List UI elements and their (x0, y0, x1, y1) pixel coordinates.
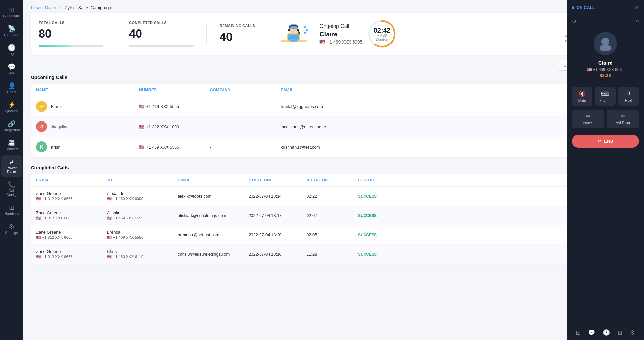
completed-calls-label: COMPLETED CALLS (129, 21, 194, 24)
contact-name: Krish (51, 145, 61, 150)
mute-icon: 🔇 (579, 90, 586, 97)
vm-drop-button[interactable]: ∞ VM Drop (607, 110, 639, 128)
sidebar-item-contacts[interactable]: 📇 Contacts (1, 136, 22, 154)
end-call-button[interactable]: ↩ END (572, 135, 639, 148)
sidebar-item-label: Logs (8, 52, 15, 56)
table-row: Zane Greene 🇺🇸 +1 312 XXX 6665 Alishia 🇺… (31, 206, 636, 225)
ongoing-number: 🇺🇸 +1 469 XXX 6095 (319, 39, 362, 44)
settings-icon[interactable]: ⚙ (572, 18, 576, 24)
completed-col-to: TO (107, 178, 178, 182)
oncall-panel: ON CALL ✕ ⚙ ○ Claire 🇺🇸 +1 469 XXX 6095 … (567, 0, 644, 340)
email-cell: alishia.k@sdholdings.com (178, 213, 249, 218)
breadcrumb-separator: › (60, 5, 62, 10)
footer-settings-icon[interactable]: ⚙ (630, 329, 635, 336)
svg-point-16 (600, 45, 611, 51)
keypad-button[interactable]: ⌨ Keypad (595, 87, 616, 106)
oncall-header: ON CALL ✕ (567, 0, 644, 15)
sidebar-item-dashboard[interactable]: ⊞ Dashboard (1, 3, 22, 21)
sidebar-item-sms[interactable]: 💬 SMS (1, 60, 22, 78)
footer-grid-icon[interactable]: ⊞ (576, 329, 581, 336)
sidebar-item-label: Numbers (5, 212, 19, 216)
mute-label: Mute (578, 99, 586, 102)
sidebar-item-power-dialer[interactable]: # Power Dialer (1, 155, 22, 177)
name-cell: K Krish (36, 141, 139, 152)
status-cell: SUCCESS (358, 233, 410, 237)
upcoming-table-header: NAME NUMBER COMPANY EMAIL STATUS (31, 84, 636, 96)
users-icon: 👤 (8, 83, 16, 89)
status-cell: SUCCESS (358, 213, 410, 218)
sidebar-item-queues[interactable]: ⚡ Queues (1, 98, 22, 116)
hold-button[interactable]: ⏸ Hold (618, 87, 639, 106)
sidebar-item-label: Call Config (4, 189, 19, 197)
sidebar-item-label: Live Calls (4, 33, 19, 37)
upcoming-col-number: NUMBER (139, 88, 210, 92)
name-cell: J Jacquline (36, 121, 139, 132)
start-time-cell: 2022-07-04 18:16 (249, 252, 307, 257)
from-cell: Zane Greene 🇺🇸 +1 312 XXX 6665 (36, 249, 107, 259)
svg-point-10 (304, 26, 306, 28)
footer-apps-icon[interactable]: ⊞ (618, 329, 622, 336)
upcoming-col-company: COMPANY (210, 88, 281, 92)
hold-label: Hold (625, 98, 632, 102)
completed-col-from: FROM (36, 178, 107, 182)
timer-duration-label: Duration (374, 38, 390, 41)
footer-clock-icon[interactable]: 🕐 (603, 329, 610, 336)
svg-point-9 (298, 32, 300, 34)
content-area: Upcoming Calls NAME NUMBER COMPANY EMAIL… (23, 74, 644, 340)
flag-icon: 🇺🇸 (319, 39, 325, 44)
caller-number: 🇺🇸 +1 469 XXX 6095 (567, 67, 644, 72)
table-row: F Frank 🇺🇸 +1 469 XXX 5555 - frank.f@sgg… (31, 96, 636, 117)
email-cell: frank.f@sggroups.com (281, 104, 580, 109)
breadcrumb: Power Dialer › Zylker Sales Campaign (23, 0, 644, 13)
vm-drop-icon: ∞ (621, 113, 625, 120)
breadcrumb-current: Zylker Sales Campaign (65, 5, 111, 10)
flag-icon: 🇺🇸 (139, 124, 144, 129)
sidebar-item-integration[interactable]: 🔗 Integration (1, 117, 22, 135)
upcoming-col-name: NAME (36, 88, 139, 92)
duration-cell: 02:22 (307, 194, 358, 199)
integration-icon: 🔗 (8, 121, 16, 127)
from-cell: Zane Greene 🇺🇸 +1 312 XXX 6665 (36, 210, 107, 220)
sidebar-item-numbers[interactable]: ⊞ Numbers (1, 201, 22, 219)
dashboard-icon: ⊞ (9, 6, 14, 13)
keypad-label: Keypad (599, 99, 611, 102)
completed-progress-fill (129, 45, 161, 47)
caller-avatar (594, 32, 617, 55)
ongoing-title: Ongoing Call (319, 24, 362, 29)
breadcrumb-link[interactable]: Power Dialer (31, 5, 57, 10)
footer-chat-icon[interactable]: 💬 (588, 329, 595, 336)
sidebar-item-label: SMS (8, 71, 15, 75)
start-time-cell: 2022-07-04 18:20 (249, 232, 307, 237)
to-cell: Alishia 🇺🇸 +1 469 XXX 5555 (107, 210, 178, 220)
notes-button[interactable]: ✏ Notes (572, 110, 604, 128)
oncall-icons-row: ⚙ ○ (567, 15, 644, 27)
power-dialer-icon: # (10, 159, 13, 165)
sidebar-item-settings[interactable]: ⚙ Settings (1, 220, 22, 238)
remaining-calls-stat: REMAINING CALLS 40 (220, 24, 268, 44)
upcoming-calls-title: Upcoming Calls (31, 74, 636, 80)
contact-name: Frank (51, 104, 62, 109)
completed-calls-stat: COMPLETED CALLS 40 (129, 21, 206, 47)
mute-button[interactable]: 🔇 Mute (572, 87, 592, 106)
notes-label: Notes (583, 121, 593, 125)
svg-point-15 (601, 38, 609, 45)
contact-name: Jacquline (51, 124, 69, 129)
table-row: J Jacquline 🇺🇸 +1 312 XXX 1000 - jacquli… (31, 117, 636, 137)
company-cell: - (210, 104, 281, 109)
sidebar-item-logs[interactable]: 🕐 Logs (1, 41, 22, 59)
oncall-badge: ON CALL (572, 5, 595, 10)
sidebar-item-users[interactable]: 👤 Users (1, 79, 22, 97)
oncall-label: ON CALL (576, 5, 595, 10)
sidebar-item-call-config[interactable]: 📞 Call Config (1, 178, 22, 200)
flag-icon: 🇺🇸 (139, 145, 144, 150)
close-button[interactable]: ✕ (635, 5, 639, 11)
sidebar-item-live-calls[interactable]: 📡 Live Calls (1, 22, 22, 40)
upcoming-col-email: EMAIL (281, 88, 580, 92)
main-content: Power Dialer › Zylker Sales Campaign TOT… (23, 0, 644, 340)
svg-point-6 (288, 29, 290, 31)
to-cell: Brenda 🇺🇸 +1 469 XXX 5555 (107, 230, 178, 240)
upcoming-calls-table: NAME NUMBER COMPANY EMAIL STATUS F Frank… (31, 84, 636, 157)
to-cell: Chris 🇺🇸 +1 469 XXX 6118 (107, 249, 178, 259)
remaining-calls-value: 40 (220, 30, 255, 44)
agent-illustration (274, 21, 313, 47)
